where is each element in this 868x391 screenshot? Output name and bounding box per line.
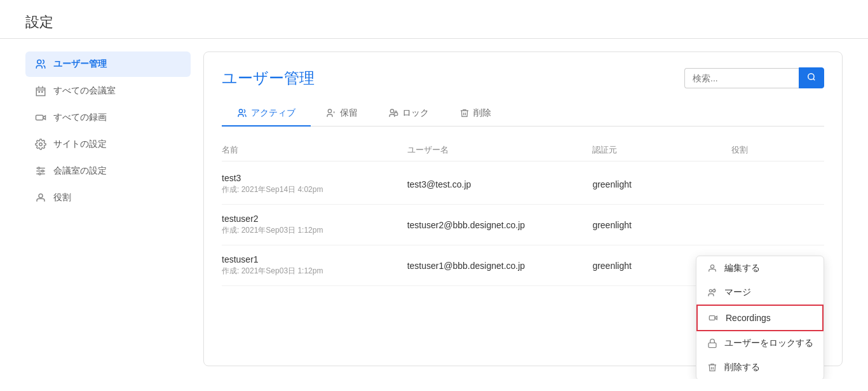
rooms-icon bbox=[34, 85, 47, 97]
col-header-role: 役割 bbox=[731, 144, 824, 156]
sidebar-item-all-recordings[interactable]: すべての録画 bbox=[25, 105, 191, 130]
sidebar-item-label: ユーザー管理 bbox=[53, 58, 107, 70]
col-header-name: 名前 bbox=[222, 144, 407, 156]
trash-icon bbox=[707, 362, 718, 373]
tab-pending-label: 保留 bbox=[340, 107, 358, 119]
search-button[interactable] bbox=[799, 67, 824, 88]
dropdown-item-edit[interactable]: 編集する bbox=[696, 256, 824, 280]
user-username: testuser1@bbb.designet.co.jp bbox=[407, 261, 593, 271]
sidebar-item-site-settings[interactable]: サイトの設定 bbox=[25, 132, 191, 157]
user-name: test3 bbox=[222, 173, 407, 183]
page-header: 設定 bbox=[0, 0, 868, 39]
users-icon bbox=[34, 58, 47, 71]
svg-point-1 bbox=[39, 92, 40, 93]
sidebar-item-label: すべての会議室 bbox=[53, 85, 116, 97]
tab-locked-label: ロック bbox=[402, 107, 429, 119]
tab-active-label: アクティブ bbox=[251, 107, 295, 119]
edit-icon bbox=[707, 263, 718, 274]
search-input[interactable] bbox=[684, 68, 799, 88]
sidebar-item-label: サイトの設定 bbox=[53, 139, 107, 150]
dropdown-item-lock[interactable]: ユーザーをロックする bbox=[696, 331, 824, 355]
dropdown-item-label: Recordings bbox=[726, 313, 771, 323]
user-username: testuser2@bbb.designet.co.jp bbox=[407, 220, 593, 230]
search-box bbox=[684, 67, 824, 88]
user-created: 作成: 2021年Sep03日 1:12pm bbox=[222, 266, 407, 277]
svg-point-17 bbox=[710, 265, 714, 268]
dropdown-item-label: 編集する bbox=[724, 263, 760, 274]
svg-point-4 bbox=[39, 143, 43, 146]
tab-deleted[interactable]: 削除 bbox=[444, 101, 506, 127]
dropdown-item-delete[interactable]: 削除する bbox=[696, 355, 824, 379]
sidebar-item-room-settings[interactable]: 会議室の設定 bbox=[25, 158, 191, 184]
user-auth: greenlight bbox=[592, 179, 731, 189]
table-row: test3 作成: 2021年Sep14日 4:02pm test3@test.… bbox=[222, 164, 824, 205]
sidebar-item-label: 役割 bbox=[53, 192, 71, 203]
sidebar-item-label: 会議室の設定 bbox=[53, 165, 107, 177]
svg-point-11 bbox=[39, 194, 43, 198]
sidebar-item-label: すべての録画 bbox=[53, 112, 107, 123]
video-icon bbox=[708, 312, 719, 324]
dropdown-item-label: 削除する bbox=[724, 362, 760, 373]
dropdown-item-label: ユーザーをロックする bbox=[724, 338, 813, 349]
user-name: testuser1 bbox=[222, 254, 407, 264]
svg-rect-3 bbox=[36, 115, 43, 120]
svg-point-12 bbox=[808, 74, 814, 79]
user-info: testuser2 作成: 2021年Sep03日 1:12pm bbox=[222, 214, 407, 236]
recordings-icon bbox=[34, 111, 47, 124]
svg-point-18 bbox=[709, 289, 712, 292]
user-username: test3@test.co.jp bbox=[407, 179, 593, 189]
tab-deleted-label: 削除 bbox=[473, 107, 491, 119]
tab-pending[interactable]: 保留 bbox=[311, 101, 373, 127]
svg-rect-20 bbox=[709, 316, 715, 320]
svg-point-8 bbox=[38, 167, 40, 169]
user-info: test3 作成: 2021年Sep14日 4:02pm bbox=[222, 173, 407, 195]
user-info: testuser1 作成: 2021年Sep03日 1:12pm bbox=[222, 254, 407, 277]
dropdown-item-recordings[interactable]: Recordings bbox=[696, 305, 824, 331]
room-settings-icon bbox=[34, 165, 47, 177]
main-layout: ユーザー管理 すべての会議室 すべての録画 bbox=[0, 39, 868, 379]
user-name: testuser2 bbox=[222, 214, 407, 224]
user-created: 作成: 2021年Sep03日 1:12pm bbox=[222, 225, 407, 236]
svg-point-13 bbox=[239, 109, 242, 113]
svg-point-0 bbox=[37, 60, 41, 64]
settings-icon bbox=[34, 138, 47, 151]
sidebar-item-roles[interactable]: 役割 bbox=[25, 185, 191, 210]
tab-active[interactable]: アクティブ bbox=[222, 101, 311, 127]
svg-point-15 bbox=[390, 109, 393, 113]
dropdown-item-merge[interactable]: マージ bbox=[696, 280, 824, 305]
col-header-auth: 認証元 bbox=[592, 144, 731, 156]
content-title: ユーザー管理 bbox=[222, 68, 315, 88]
content-header: ユーザー管理 bbox=[222, 67, 824, 88]
user-created: 作成: 2021年Sep14日 4:02pm bbox=[222, 184, 407, 195]
svg-point-2 bbox=[42, 92, 43, 93]
svg-point-9 bbox=[42, 170, 44, 172]
lock-icon bbox=[707, 338, 718, 349]
role-icon bbox=[34, 191, 47, 204]
col-header-username: ユーザー名 bbox=[407, 144, 593, 156]
dropdown-menu: 編集する マージ bbox=[696, 256, 824, 379]
page-title: 設定 bbox=[25, 13, 843, 32]
tabs: アクティブ 保留 ロック bbox=[222, 101, 824, 127]
sidebar-item-all-rooms[interactable]: すべての会議室 bbox=[25, 78, 191, 104]
table-header: 名前 ユーザー名 認証元 役割 bbox=[222, 139, 824, 161]
content-area: ユーザー管理 アクティブ bbox=[203, 51, 843, 366]
sidebar: ユーザー管理 すべての会議室 すべての録画 bbox=[25, 51, 191, 366]
svg-point-10 bbox=[39, 173, 41, 175]
merge-icon bbox=[707, 287, 718, 298]
svg-point-14 bbox=[328, 109, 331, 113]
svg-rect-16 bbox=[394, 113, 397, 115]
sidebar-item-user-management[interactable]: ユーザー管理 bbox=[25, 51, 191, 77]
tab-locked[interactable]: ロック bbox=[373, 101, 444, 127]
user-auth: greenlight bbox=[592, 220, 731, 230]
svg-rect-21 bbox=[709, 343, 716, 347]
dropdown-item-label: マージ bbox=[724, 287, 751, 298]
table-row: testuser2 作成: 2021年Sep03日 1:12pm testuse… bbox=[222, 205, 824, 245]
